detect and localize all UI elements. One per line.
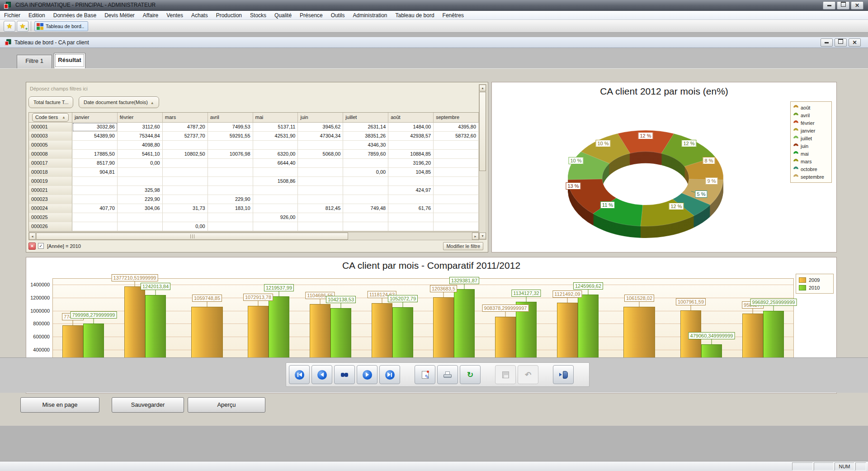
data-cell[interactable]: 304,06 bbox=[118, 204, 163, 213]
data-cell[interactable] bbox=[253, 141, 298, 150]
data-cell[interactable]: 75344,84 bbox=[118, 132, 163, 141]
data-cell[interactable]: 229,90 bbox=[118, 195, 163, 204]
data-cell[interactable] bbox=[163, 168, 208, 177]
data-cell[interactable] bbox=[208, 177, 253, 186]
data-cell[interactable] bbox=[72, 186, 118, 195]
data-cell[interactable] bbox=[118, 168, 163, 177]
data-cell[interactable]: 904,81 bbox=[72, 168, 118, 177]
column-field-button[interactable]: Date document facture(Mois)▲ bbox=[79, 96, 159, 108]
nav-search-button[interactable] bbox=[334, 365, 355, 384]
action-button-aper-u[interactable]: Aperçu bbox=[188, 397, 265, 413]
data-cell[interactable] bbox=[298, 141, 343, 150]
data-cell[interactable] bbox=[253, 186, 298, 195]
data-cell[interactable] bbox=[163, 186, 208, 195]
data-cell[interactable] bbox=[208, 159, 253, 168]
exit-button[interactable] bbox=[553, 365, 574, 384]
data-cell[interactable] bbox=[163, 195, 208, 204]
data-cell[interactable]: 4787,20 bbox=[163, 123, 208, 132]
data-cell[interactable]: 4098,80 bbox=[118, 141, 163, 150]
print-button[interactable] bbox=[437, 365, 458, 384]
nav-first-button[interactable] bbox=[289, 365, 310, 384]
data-cell[interactable]: 5461,10 bbox=[118, 150, 163, 159]
data-cell[interactable]: 52737,70 bbox=[163, 132, 208, 141]
data-cell[interactable]: 229,90 bbox=[208, 195, 253, 204]
data-cell[interactable] bbox=[388, 213, 434, 222]
data-cell[interactable]: 3112,60 bbox=[118, 123, 163, 132]
data-cell[interactable] bbox=[72, 141, 118, 150]
data-cell[interactable] bbox=[434, 141, 479, 150]
data-cell[interactable]: 0,00 bbox=[163, 222, 208, 231]
menu-production[interactable]: Production bbox=[212, 11, 246, 20]
data-cell[interactable]: 749,48 bbox=[343, 204, 388, 213]
data-cell[interactable]: 61,76 bbox=[388, 204, 434, 213]
scroll-down-arrow[interactable]: ▾ bbox=[479, 233, 486, 239]
data-cell[interactable] bbox=[253, 195, 298, 204]
data-cell[interactable]: 5068,00 bbox=[298, 150, 343, 159]
data-cell[interactable]: 38351,26 bbox=[343, 132, 388, 141]
data-cell[interactable]: 7499,53 bbox=[208, 123, 253, 132]
data-field-button[interactable]: Total facture T... bbox=[28, 96, 73, 108]
action-button-sauvegarder[interactable]: Sauvegarder bbox=[112, 397, 184, 413]
scroll-left-arrow[interactable]: ◂ bbox=[29, 233, 36, 240]
data-cell[interactable]: 42938,57 bbox=[388, 132, 434, 141]
data-cell[interactable] bbox=[388, 141, 434, 150]
data-cell[interactable]: 42531,90 bbox=[253, 132, 298, 141]
data-cell[interactable] bbox=[298, 186, 343, 195]
data-cell[interactable]: 104,85 bbox=[388, 168, 434, 177]
filter-checkbox[interactable]: ✓ bbox=[38, 243, 44, 249]
menu-tableau-de-bord[interactable]: Tableau de bord bbox=[392, 11, 439, 20]
data-cell[interactable] bbox=[434, 150, 479, 159]
data-cell[interactable]: 6320,00 bbox=[253, 150, 298, 159]
menu-pr-sence[interactable]: Présence bbox=[296, 11, 327, 20]
data-cell[interactable] bbox=[118, 177, 163, 186]
data-cell[interactable] bbox=[118, 222, 163, 231]
data-cell[interactable]: 183,10 bbox=[208, 204, 253, 213]
data-cell[interactable] bbox=[343, 213, 388, 222]
data-cell[interactable] bbox=[434, 195, 479, 204]
menu-administration[interactable]: Administration bbox=[349, 11, 391, 20]
data-cell[interactable]: 10802,50 bbox=[163, 150, 208, 159]
data-cell[interactable]: 926,00 bbox=[253, 213, 298, 222]
data-cell[interactable] bbox=[298, 222, 343, 231]
horizontal-scroll-thumb[interactable] bbox=[36, 233, 348, 240]
refresh-button[interactable]: ↻ bbox=[460, 365, 481, 384]
data-cell[interactable]: 31,73 bbox=[163, 204, 208, 213]
data-cell[interactable] bbox=[72, 213, 118, 222]
data-cell[interactable] bbox=[434, 222, 479, 231]
menu-affaire[interactable]: Affaire bbox=[139, 11, 162, 20]
data-cell[interactable] bbox=[434, 159, 479, 168]
menu-devis-m-tier[interactable]: Devis Métier bbox=[100, 11, 139, 20]
nav-last-button[interactable] bbox=[379, 365, 400, 384]
data-cell[interactable]: 3032,86 bbox=[72, 123, 118, 132]
data-cell[interactable] bbox=[253, 204, 298, 213]
vertical-scroll-thumb[interactable] bbox=[479, 92, 486, 171]
action-button-mise-en-page[interactable]: Mise en page bbox=[20, 397, 99, 413]
scroll-up-arrow[interactable]: ▴ bbox=[479, 85, 486, 91]
data-cell[interactable]: 4346,30 bbox=[343, 141, 388, 150]
data-cell[interactable] bbox=[208, 168, 253, 177]
dashboard-toolbar-button[interactable]: Tableau de bord.. bbox=[34, 21, 88, 31]
data-cell[interactable] bbox=[343, 222, 388, 231]
scroll-right-arrow[interactable]: ▸ bbox=[472, 233, 479, 240]
data-cell[interactable]: 59291,55 bbox=[208, 132, 253, 141]
data-cell[interactable]: 0,00 bbox=[118, 159, 163, 168]
data-cell[interactable] bbox=[163, 213, 208, 222]
data-cell[interactable]: 8517,90 bbox=[72, 159, 118, 168]
data-cell[interactable] bbox=[434, 204, 479, 213]
data-cell[interactable]: 3945,62 bbox=[298, 123, 343, 132]
data-cell[interactable] bbox=[434, 186, 479, 195]
data-cell[interactable]: 5137,11 bbox=[253, 123, 298, 132]
data-cell[interactable] bbox=[72, 195, 118, 204]
minimize-button[interactable] bbox=[823, 1, 835, 10]
menu-stocks[interactable]: Stocks bbox=[246, 11, 270, 20]
data-cell[interactable] bbox=[434, 168, 479, 177]
data-cell[interactable]: 10884,85 bbox=[388, 150, 434, 159]
data-cell[interactable]: 812,45 bbox=[298, 204, 343, 213]
data-cell[interactable] bbox=[343, 186, 388, 195]
row-field-button[interactable]: Code tiers▲ bbox=[32, 113, 69, 122]
data-cell[interactable]: 10076,98 bbox=[208, 150, 253, 159]
data-cell[interactable]: 2631,14 bbox=[343, 123, 388, 132]
data-cell[interactable]: 424,97 bbox=[388, 186, 434, 195]
remove-filter-button[interactable]: ✕ bbox=[28, 243, 36, 250]
data-cell[interactable] bbox=[434, 213, 479, 222]
